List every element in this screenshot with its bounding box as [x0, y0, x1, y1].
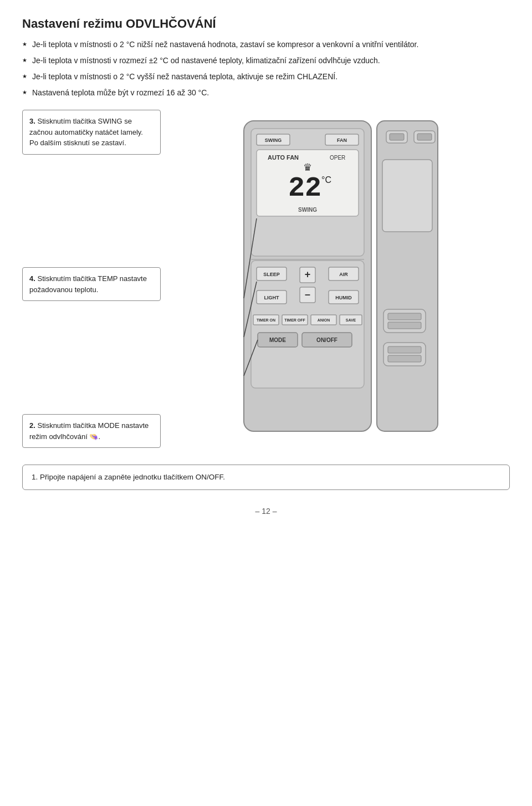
step-2-text: Stisknutím tlačítka MODE nastavte režim … — [29, 421, 149, 441]
note-box: 1. Připojte napájení a zapněte jednotku … — [22, 465, 510, 490]
svg-rect-2 — [390, 134, 404, 140]
note-number: 1. — [32, 473, 38, 481]
page-number: – 12 – — [22, 507, 510, 516]
plus-btn[interactable]: + — [305, 269, 311, 280]
svg-rect-5 — [382, 160, 432, 232]
air-btn-label[interactable]: AIR — [339, 272, 348, 277]
svg-rect-9 — [383, 343, 426, 366]
fan-label: FAN — [337, 137, 347, 143]
step-2-box: 2. Stisknutím tlačítka MODE nastavte rež… — [22, 414, 161, 448]
humid-btn-label[interactable]: HUMID — [335, 295, 352, 300]
bullet-item-4: Nastavená teplota může být v rozmezí 16 … — [22, 87, 510, 99]
remote-svg: SWING FAN AUTO FAN OPER ♛ 22 °C SWIN — [236, 110, 446, 453]
step-3-box: 3. Stisknutím tlačítka SWING se začnou a… — [22, 110, 161, 155]
bullet-item-3: Je-li teplota v místnosti o 2 °C vyšší n… — [22, 71, 510, 83]
page: Nastavení režimu ODVLHČOVÁNÍ Je-li teplo… — [0, 0, 532, 538]
step-3-number: 3. — [29, 117, 35, 125]
page-title: Nastavení režimu ODVLHČOVÁNÍ — [22, 17, 510, 31]
oper-label: OPER — [330, 155, 345, 161]
step-4-number: 4. — [29, 274, 35, 283]
sleep-btn-label[interactable]: SLEEP — [263, 272, 280, 277]
bullet-item-2: Je-li teplota v místnosti v rozmezí ±2 °… — [22, 55, 510, 67]
svg-rect-11 — [388, 355, 421, 362]
step-4-text: Stisknutím tlačítka TEMP nastavte požado… — [29, 274, 147, 294]
onoff-btn-label[interactable]: ON/OFF — [316, 337, 337, 343]
auto-fan-label: AUTO FAN — [268, 154, 299, 161]
svg-rect-8 — [388, 322, 421, 329]
note-text: Připojte napájení a zapněte jednotku tla… — [40, 473, 225, 481]
svg-rect-10 — [388, 346, 421, 353]
mode-btn-label[interactable]: MODE — [269, 337, 286, 343]
step-4-box: 4. Stisknutím tlačítka TEMP nastavte pož… — [22, 267, 161, 301]
minus-btn[interactable]: – — [305, 289, 310, 300]
timer-off-label[interactable]: TIMER OFF — [284, 318, 305, 322]
anion-label[interactable]: ANION — [318, 318, 330, 322]
save-label[interactable]: SAVE — [346, 318, 356, 322]
remote-svg-area: SWING FAN AUTO FAN OPER ♛ 22 °C SWIN — [236, 110, 446, 453]
content-area: 3. Stisknutím tlačítka SWING se začnou a… — [22, 110, 510, 453]
light-btn-label[interactable]: LIGHT — [264, 295, 279, 300]
crown-icon: ♛ — [303, 162, 312, 173]
timer-on-label[interactable]: TIMER ON — [257, 318, 275, 322]
instructions-column: 3. Stisknutím tlačítka SWING se začnou a… — [22, 110, 161, 453]
swing-label: SWING — [265, 137, 282, 143]
swing-bottom-label: SWING — [298, 207, 317, 213]
bullet-item-1: Je-li teplota v místnosti o 2 °C nižší n… — [22, 39, 510, 50]
svg-rect-6 — [383, 309, 426, 333]
svg-rect-4 — [417, 134, 432, 140]
remote-column: SWING FAN AUTO FAN OPER ♛ 22 °C SWIN — [172, 110, 510, 453]
temp-display: 22 — [288, 172, 321, 204]
step-3-text: Stisknutím tlačítka SWING se začnou auto… — [29, 117, 143, 147]
bullet-list: Je-li teplota v místnosti o 2 °C nižší n… — [22, 39, 510, 99]
degree-symbol: °C — [321, 175, 331, 185]
step-2-number: 2. — [29, 421, 35, 430]
svg-rect-7 — [388, 313, 421, 320]
